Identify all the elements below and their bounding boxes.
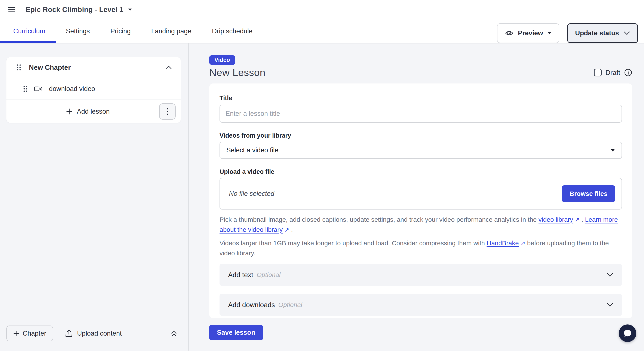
- no-file-text: No file selected: [226, 190, 274, 198]
- tab-landing-page[interactable]: Landing page: [141, 19, 202, 43]
- kebab-icon: [167, 108, 168, 115]
- header-actions: Preview Update status: [497, 23, 638, 43]
- video-library-select[interactable]: Select a video file: [220, 142, 622, 159]
- page-title: New Lesson: [209, 66, 266, 78]
- collapse-all-icon[interactable]: [170, 329, 178, 338]
- video-library-link[interactable]: video library↗: [538, 216, 580, 223]
- file-size-help-text: Videos larger than 1GB may take longer t…: [220, 238, 622, 258]
- file-upload-box: No file selected Browse files: [220, 178, 622, 210]
- upload-content-label: Upload content: [77, 330, 122, 337]
- drag-handle-icon[interactable]: [23, 85, 28, 92]
- lesson-title: download video: [49, 85, 95, 93]
- optional-label: Optional: [278, 301, 302, 308]
- tab-drip-schedule[interactable]: Drip schedule: [202, 19, 263, 43]
- chat-bubble-icon: [623, 329, 632, 338]
- chapter-title: New Chapter: [29, 64, 71, 72]
- add-chapter-button[interactable]: Chapter: [6, 326, 53, 341]
- add-chapter-label: Chapter: [23, 330, 46, 337]
- external-link-icon: ↗: [575, 216, 580, 223]
- plus-icon: [13, 330, 19, 336]
- lesson-form-card: Title Videos from your library Select a …: [209, 84, 632, 318]
- draft-checkbox[interactable]: [594, 69, 602, 76]
- sidebar-footer: Chapter Upload content: [0, 322, 188, 350]
- add-lesson-row: Add lesson: [6, 100, 181, 123]
- hamburger-menu-icon[interactable]: [7, 5, 17, 14]
- plus-icon: [66, 108, 72, 115]
- title-field-label: Title: [220, 94, 622, 102]
- chevron-up-icon[interactable]: [166, 66, 172, 69]
- chat-widget-button[interactable]: [619, 324, 636, 342]
- chevron-down-icon: [624, 31, 630, 35]
- save-lesson-button[interactable]: Save lesson: [209, 325, 263, 340]
- handbrake-link[interactable]: HandBrake↗: [487, 240, 526, 246]
- update-status-label: Update status: [575, 29, 619, 37]
- video-library-help-text: Pick a thumbnail image, add closed capti…: [220, 215, 622, 235]
- chapter-card: New Chapter download video: [6, 57, 181, 123]
- chapter-menu-button[interactable]: [159, 103, 176, 120]
- add-text-label: Add text: [228, 271, 253, 279]
- lesson-row-download-video[interactable]: download video: [6, 78, 181, 100]
- chevron-down-icon: [606, 303, 614, 307]
- drag-handle-icon[interactable]: [17, 64, 21, 71]
- external-link-icon: ↗: [284, 227, 289, 233]
- caret-down-icon: [547, 32, 552, 35]
- external-link-icon: ↗: [520, 240, 526, 246]
- course-title: Epic Rock Climbing - Level 1: [26, 6, 124, 14]
- add-lesson-button[interactable]: Add lesson: [17, 108, 159, 115]
- header: Epic Rock Climbing - Level 1 Curriculum …: [0, 0, 644, 44]
- preview-button[interactable]: Preview: [497, 23, 559, 43]
- draft-toggle: Draft: [594, 68, 632, 78]
- eye-icon: [505, 29, 514, 38]
- library-field-label: Videos from your library: [220, 132, 622, 139]
- lesson-type-badge: Video: [209, 55, 235, 65]
- tab-settings[interactable]: Settings: [56, 19, 100, 43]
- tab-pricing[interactable]: Pricing: [100, 19, 141, 43]
- info-icon[interactable]: [624, 68, 632, 76]
- lesson-editor: Video New Lesson Draft Title Videos from…: [189, 44, 644, 350]
- add-lesson-label: Add lesson: [77, 108, 110, 115]
- update-status-button[interactable]: Update status: [567, 23, 638, 43]
- topbar: Epic Rock Climbing - Level 1: [0, 0, 644, 19]
- upload-icon: [65, 330, 73, 338]
- add-text-accordion[interactable]: Add text Optional: [220, 264, 622, 286]
- lesson-title-input[interactable]: [220, 105, 622, 123]
- caret-down-icon: [610, 149, 615, 152]
- add-downloads-label: Add downloads: [228, 301, 275, 309]
- upload-field-label: Upload a video file: [220, 168, 622, 175]
- preview-label: Preview: [518, 29, 543, 37]
- browse-files-button[interactable]: Browse files: [562, 185, 615, 202]
- video-camera-icon: [34, 86, 42, 92]
- optional-label: Optional: [256, 271, 280, 278]
- course-switcher[interactable]: Epic Rock Climbing - Level 1: [26, 6, 132, 14]
- chapter-row[interactable]: New Chapter: [6, 57, 181, 78]
- content: New Chapter download video: [0, 44, 644, 350]
- curriculum-sidebar: New Chapter download video: [0, 44, 189, 350]
- tab-curriculum[interactable]: Curriculum: [0, 19, 56, 43]
- upload-content-button[interactable]: Upload content: [65, 330, 122, 338]
- add-downloads-accordion[interactable]: Add downloads Optional: [220, 294, 622, 316]
- caret-down-icon: [128, 8, 132, 11]
- video-library-select-value: Select a video file: [226, 146, 278, 154]
- draft-label: Draft: [606, 69, 620, 76]
- chevron-down-icon: [606, 273, 614, 277]
